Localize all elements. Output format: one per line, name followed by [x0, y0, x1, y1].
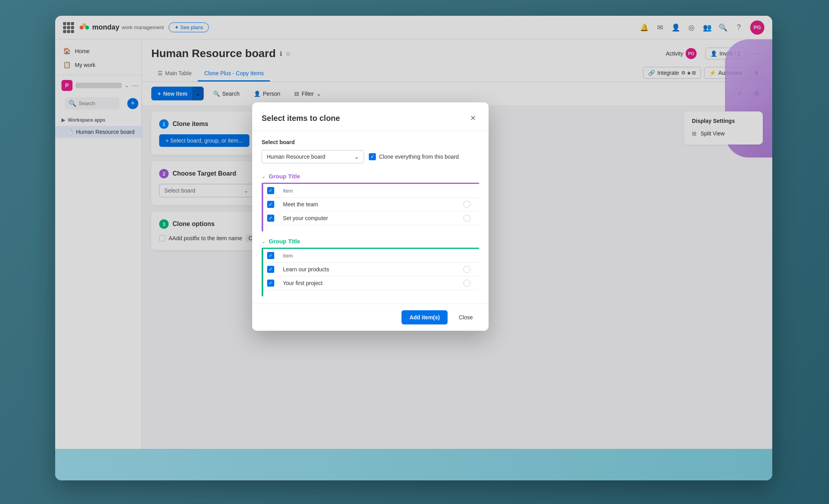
modal-close-text-button[interactable]: Close	[452, 310, 479, 324]
group-1-header[interactable]: ⌄ Group Title	[262, 170, 479, 183]
row-2-checkbox[interactable]: ✓	[267, 215, 274, 222]
group-2-row-2: ✓ Your first project	[263, 276, 479, 290]
modal-board-row: Human Resource board ⌄ ✓ Clone everythin…	[262, 150, 479, 163]
row-4-checkbox[interactable]: ✓	[267, 280, 274, 287]
modal-close-button[interactable]: ✕	[467, 112, 479, 124]
row-3-label: Learn our products	[279, 263, 459, 276]
group-2-table: ✓ Item ✓ Learn our products	[263, 248, 479, 290]
group-1-column-header: Item	[279, 183, 459, 198]
select-board-label: Select board	[262, 139, 479, 145]
row-1-checkbox[interactable]: ✓	[267, 201, 274, 208]
row-4-radio[interactable]	[463, 280, 470, 287]
group-1-title: Group Title	[269, 173, 300, 180]
add-items-button[interactable]: Add item(s)	[401, 310, 448, 324]
group-1-table: ✓ Item ✓ Meet the team	[263, 183, 479, 225]
group-2-title: Group Title	[269, 238, 300, 245]
row-2-label: Set your computer	[279, 211, 459, 225]
group-2-column-header: Item	[279, 248, 459, 263]
modal-board-dropdown[interactable]: Human Resource board ⌄	[262, 150, 364, 163]
group-2-collapse-icon: ⌄	[262, 239, 266, 244]
row-2-radio[interactable]	[463, 215, 470, 222]
modal-overlay[interactable]: Select items to clone ✕ Select board Hum…	[0, 0, 829, 504]
row-3-radio[interactable]	[463, 266, 470, 273]
modal-footer: Add item(s) Close	[252, 304, 489, 331]
group-1-collapse-icon: ⌄	[262, 174, 266, 179]
row-4-label: Your first project	[279, 276, 459, 290]
group-2-header-checkbox[interactable]: ✓	[267, 252, 274, 259]
modal-body: Select board Human Resource board ⌄ ✓ Cl…	[252, 131, 489, 304]
modal-title: Select items to clone	[262, 114, 340, 123]
select-items-modal: Select items to clone ✕ Select board Hum…	[252, 102, 489, 331]
group-1-header-checkbox[interactable]: ✓	[267, 187, 274, 194]
group-2-row-1: ✓ Learn our products	[263, 263, 479, 276]
clone-everything-label: Clone everything from this board	[379, 154, 459, 160]
clone-everything-option[interactable]: ✓ Clone everything from this board	[369, 153, 459, 160]
group-1-row-2: ✓ Set your computer	[263, 211, 479, 225]
row-3-checkbox[interactable]: ✓	[267, 266, 274, 273]
group-1-row-1: ✓ Meet the team	[263, 198, 479, 211]
dropdown-arrow-icon: ⌄	[354, 154, 359, 160]
row-1-radio[interactable]	[463, 201, 470, 208]
group-2-header[interactable]: ⌄ Group Title	[262, 235, 479, 248]
modal-board-value: Human Resource board	[267, 154, 325, 160]
clone-everything-checkbox[interactable]: ✓	[369, 153, 376, 160]
modal-header: Select items to clone ✕	[252, 102, 489, 131]
row-1-label: Meet the team	[279, 198, 459, 211]
